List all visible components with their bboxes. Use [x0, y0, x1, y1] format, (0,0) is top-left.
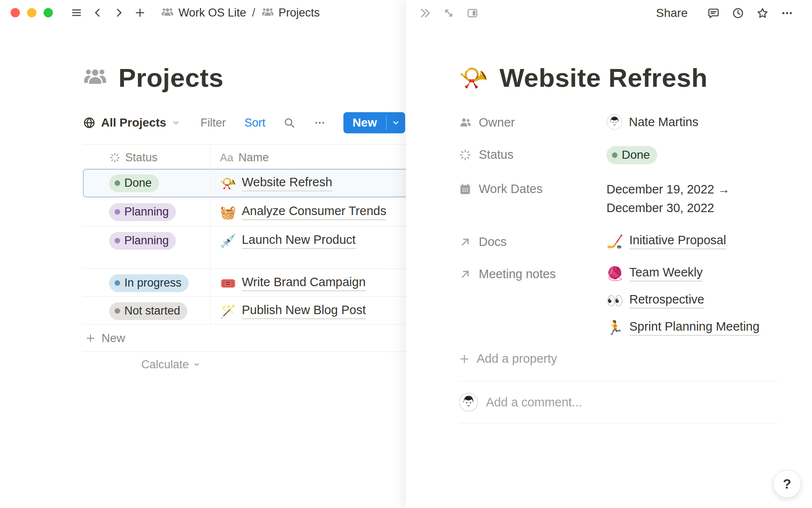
- arrow-up-right-icon: [459, 236, 472, 248]
- status-value[interactable]: Done: [606, 146, 778, 164]
- comment-composer: [459, 381, 778, 423]
- status-pill-label: Planning: [124, 234, 169, 247]
- status-cell[interactable]: In progress: [83, 269, 211, 296]
- status-cell[interactable]: Planning: [83, 198, 211, 226]
- expand-page-icon[interactable]: [442, 6, 456, 20]
- new-button-dropdown[interactable]: [387, 112, 405, 133]
- breadcrumb-item-workspace[interactable]: Work OS Lite: [161, 6, 246, 19]
- status-dot: [115, 209, 120, 215]
- sidebar-menu-icon[interactable]: [70, 6, 83, 19]
- yarn-emoji-icon: 🧶: [606, 267, 623, 280]
- new-button[interactable]: New: [343, 112, 387, 133]
- status-dot: [612, 152, 617, 158]
- page-link-label: Write Brand Campaign: [242, 275, 366, 291]
- breadcrumb-item-projects[interactable]: Projects: [261, 6, 320, 19]
- chevron-down-icon: [172, 119, 180, 127]
- property-label-meeting-notes[interactable]: Meeting notes: [459, 265, 606, 281]
- chevron-down-icon: [193, 361, 200, 368]
- page-link[interactable]: 🎟️ Write Brand Campaign: [220, 275, 366, 291]
- runner-emoji-icon: 🏃: [606, 321, 623, 334]
- people-group-icon: [161, 6, 174, 19]
- help-label: ?: [783, 476, 791, 492]
- breadcrumb-workspace-label: Work OS Lite: [178, 6, 246, 19]
- more-options-icon[interactable]: [780, 6, 794, 20]
- section-divider: [459, 423, 778, 423]
- status-burst-icon: [459, 149, 472, 161]
- favorite-star-icon[interactable]: [755, 6, 770, 20]
- page-title[interactable]: Website Refresh: [499, 63, 708, 93]
- magic-wand-emoji-icon: 🪄: [220, 305, 236, 318]
- minimize-window-button[interactable]: [27, 8, 36, 17]
- page-link[interactable]: 🪄 Publish New Blog Post: [220, 303, 366, 319]
- status-column-header[interactable]: Status: [83, 145, 211, 168]
- status-pill-label: Planning: [124, 205, 169, 218]
- page-link[interactable]: 🧺 Analyze Consumer Trends: [220, 204, 386, 220]
- breadcrumb-projects-label: Projects: [279, 6, 320, 19]
- postal-horn-emoji-icon[interactable]: 📯: [459, 66, 488, 90]
- back-icon[interactable]: [91, 6, 104, 19]
- relation-link-label: Initiative Proposal: [629, 233, 726, 249]
- avatar: [459, 392, 478, 412]
- panel-topbar: Share: [406, 0, 812, 26]
- breadcrumb: Work OS Lite / Projects: [161, 6, 320, 19]
- filter-button[interactable]: Filter: [200, 116, 226, 130]
- date-start: December 19, 2022: [606, 182, 714, 196]
- property-label-owner[interactable]: Owner: [459, 114, 606, 130]
- comments-icon[interactable]: [706, 6, 721, 20]
- date-end: December 30, 2022: [606, 201, 714, 215]
- status-pill-label: Done: [124, 177, 152, 190]
- close-window-button[interactable]: [11, 8, 20, 17]
- property-label-text: Owner: [479, 116, 515, 130]
- property-row-meeting-notes: Meeting notes 🧶 Team Weekly 👀 Retrospect…: [459, 265, 778, 336]
- comment-input[interactable]: [486, 395, 778, 409]
- dates-value[interactable]: December 19, 2022 → December 30, 2022: [606, 180, 778, 217]
- search-icon[interactable]: [283, 116, 296, 130]
- new-button-group: New: [343, 112, 406, 133]
- breadcrumb-separator: /: [252, 6, 255, 19]
- people-group-icon: [261, 6, 274, 19]
- help-button[interactable]: ?: [773, 470, 801, 498]
- property-label-text: Docs: [479, 235, 507, 249]
- status-cell[interactable]: Not started: [83, 297, 211, 324]
- forward-icon[interactable]: [112, 6, 126, 19]
- plus-icon: [85, 333, 96, 343]
- page-link[interactable]: 📯 Website Refresh: [220, 175, 332, 191]
- property-label-dates[interactable]: Work Dates: [459, 180, 606, 196]
- property-label-text: Status: [479, 148, 513, 162]
- status-dot: [115, 308, 120, 314]
- page-title[interactable]: Projects: [118, 63, 224, 93]
- view-selector[interactable]: All Projects: [83, 116, 180, 130]
- page-icon-people-group[interactable]: [83, 66, 107, 90]
- property-row-owner: Owner Nate Martins: [459, 114, 778, 130]
- page-content: 📯 Website Refresh Owner Nate Martins Sta…: [406, 26, 812, 423]
- relation-link[interactable]: 🧶 Team Weekly: [606, 265, 778, 282]
- status-cell[interactable]: Done: [83, 169, 211, 197]
- chevron-down-icon: [392, 119, 400, 127]
- new-page-icon[interactable]: [133, 6, 147, 19]
- relation-link[interactable]: 🏒 Initiative Proposal: [606, 233, 778, 249]
- close-peek-icon[interactable]: [418, 6, 432, 20]
- property-label-text: Work Dates: [479, 182, 543, 196]
- zoom-window-button[interactable]: [44, 8, 53, 17]
- side-peek-icon[interactable]: [465, 6, 480, 20]
- more-options-icon[interactable]: [313, 116, 326, 130]
- plus-icon: [459, 353, 470, 364]
- add-property-label: Add a property: [477, 352, 557, 366]
- property-label-docs[interactable]: Docs: [459, 233, 606, 249]
- calculate-label: Calculate: [141, 358, 189, 371]
- owner-value[interactable]: Nate Martins: [606, 114, 778, 130]
- eyes-emoji-icon: 👀: [606, 294, 623, 307]
- history-clock-icon[interactable]: [731, 6, 745, 20]
- property-label-status[interactable]: Status: [459, 146, 606, 162]
- share-button[interactable]: Share: [656, 6, 688, 20]
- relation-link[interactable]: 👀 Retrospective: [606, 293, 778, 309]
- relation-link[interactable]: 🏃 Sprint Planning Meeting: [606, 320, 778, 336]
- page-link[interactable]: 💉 Launch New Product: [220, 233, 356, 249]
- status-cell[interactable]: Planning: [83, 226, 211, 268]
- sort-button[interactable]: Sort: [244, 116, 266, 130]
- date-range-arrow: →: [718, 182, 730, 196]
- add-property-button[interactable]: Add a property: [459, 352, 778, 366]
- property-row-status: Status Done: [459, 146, 778, 164]
- name-column-label: Name: [239, 151, 269, 164]
- page-link-label: Launch New Product: [242, 233, 356, 249]
